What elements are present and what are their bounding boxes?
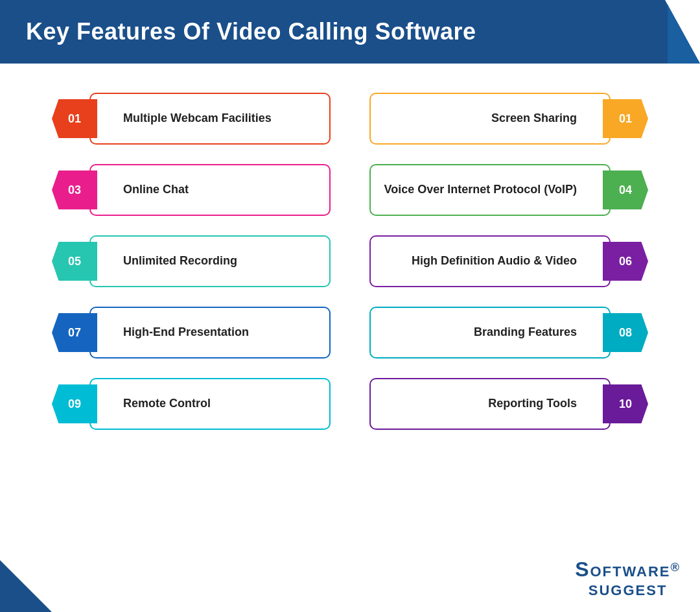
feature-label-right-04: Voice Over Internet Protocol (VoIP) [384,182,577,197]
badge-06-right: 06 [603,242,648,281]
feature-label-right-01: Screen Sharing [491,111,577,126]
badge-03-left: 03 [52,171,97,209]
logo-text: Software® Suggest [575,557,681,599]
feature-label-right-08: Branding Features [474,325,577,340]
feature-item-left-01: 01Multiple Webcam Facilities [52,89,331,148]
feature-label-right-10: Reporting Tools [488,396,577,411]
feature-item-left-03: 03Online Chat [52,161,331,219]
logo-suggest: Suggest [589,582,668,598]
feature-label-left-01: Multiple Webcam Facilities [123,111,272,126]
content-grid: 01Multiple Webcam FacilitiesScreen Shari… [0,70,700,446]
badge-01-right: 01 [603,99,648,138]
feature-box-left-05: Unlimited Recording [89,235,331,287]
feature-box-left-01: Multiple Webcam Facilities [89,93,331,145]
feature-label-left-05: Unlimited Recording [123,253,237,268]
main-container: Key Features Of Video Calling Software 0… [0,0,700,612]
feature-item-right-08: Branding Features08 [369,303,648,362]
feature-item-right-10: Reporting Tools10 [369,375,648,433]
feature-box-right-01: Screen Sharing [369,93,611,145]
feature-box-right-08: Branding Features [369,307,611,359]
feature-item-right-01: Screen Sharing01 [369,89,648,148]
feature-item-right-06: High Definition Audio & Video06 [369,232,648,290]
feature-item-right-04: Voice Over Internet Protocol (VoIP)04 [369,161,648,219]
feature-box-right-04: Voice Over Internet Protocol (VoIP) [369,164,611,216]
logo-area: Software® Suggest [575,557,681,599]
feature-label-left-03: Online Chat [123,182,189,197]
badge-01-left: 01 [52,99,97,138]
feature-label-left-07: High-End Presentation [123,325,249,340]
badge-07-left: 07 [52,313,97,352]
feature-item-left-09: 09Remote Control [52,375,331,433]
page-title: Key Features Of Video Calling Software [26,18,476,45]
logo-s: S [575,558,590,581]
feature-item-left-05: 05Unlimited Recording [52,232,331,290]
badge-09-left: 09 [52,384,97,423]
feature-box-left-09: Remote Control [89,378,331,430]
header-banner: Key Features Of Video Calling Software [0,0,700,64]
feature-box-left-07: High-End Presentation [89,307,331,359]
feature-label-right-06: High Definition Audio & Video [412,253,577,268]
feature-label-left-09: Remote Control [123,396,211,411]
registered-mark: ® [670,560,681,574]
feature-box-right-06: High Definition Audio & Video [369,235,611,287]
feature-box-left-03: Online Chat [89,164,331,216]
feature-item-left-07: 07High-End Presentation [52,303,331,362]
badge-08-right: 08 [603,313,648,352]
badge-04-right: 04 [603,171,648,209]
feature-box-right-10: Reporting Tools [369,378,611,430]
badge-05-left: 05 [52,242,97,281]
bottom-left-decoration [0,560,52,612]
badge-10-right: 10 [603,384,648,423]
